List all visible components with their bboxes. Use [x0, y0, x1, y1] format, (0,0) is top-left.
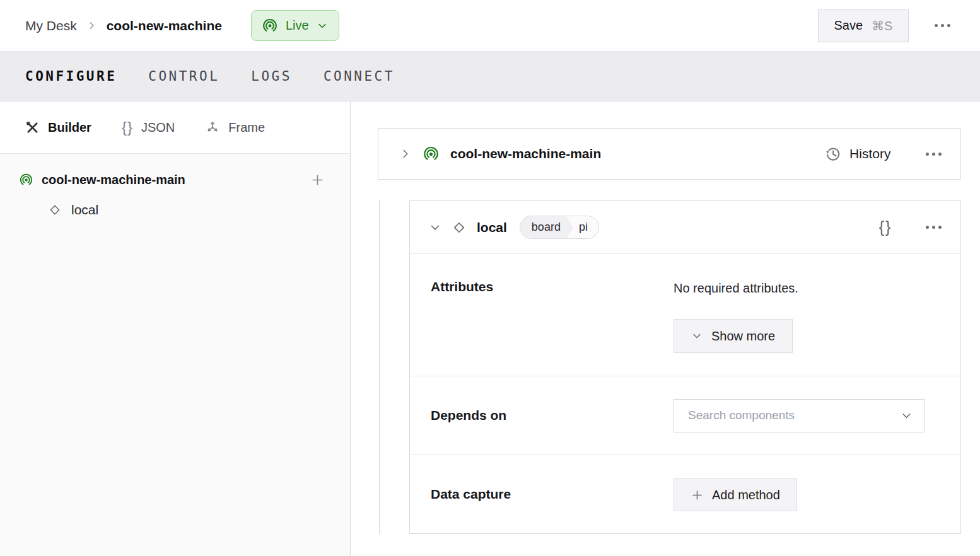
plus-icon — [691, 489, 704, 502]
breadcrumb: My Desk cool-new-machine — [25, 18, 222, 33]
add-component-icon[interactable] — [310, 173, 325, 187]
depends-on-select[interactable] — [674, 399, 925, 432]
data-capture-label: Data capture — [431, 487, 674, 502]
mode-builder[interactable]: Builder — [25, 120, 91, 135]
broadcast-icon — [19, 173, 33, 187]
component-type-badge: board pi — [520, 216, 599, 239]
diamond-icon — [47, 202, 62, 217]
builder-tools-icon — [25, 120, 40, 135]
history-clock-icon — [824, 146, 841, 163]
tree-item-machine-main[interactable]: cool-new-machine-main — [19, 173, 325, 187]
component-tree: cool-new-machine-main local — [0, 154, 350, 217]
broadcast-icon — [262, 18, 278, 34]
breadcrumb-current: cool-new-machine — [107, 18, 222, 33]
component-json-icon[interactable]: {} — [879, 218, 892, 236]
breadcrumb-chevron-icon — [86, 20, 97, 31]
sidebar-mode-switcher: Builder {} JSON Frame — [0, 101, 350, 154]
depends-on-label: Depends on — [431, 408, 674, 423]
tab-logs[interactable]: LOGS — [251, 69, 292, 84]
attributes-section: Attributes No required attributes. Show … — [410, 254, 960, 376]
breadcrumb-parent-link[interactable]: My Desk — [25, 18, 77, 33]
show-more-button[interactable]: Show more — [674, 319, 793, 353]
component-card-menu-icon[interactable] — [924, 226, 943, 229]
save-button-label: Save — [834, 18, 863, 33]
header-overflow-menu-icon[interactable] — [933, 24, 952, 27]
component-title: local — [477, 220, 507, 235]
mode-frame-label: Frame — [228, 120, 265, 135]
badge-model: pi — [573, 216, 598, 238]
history-button[interactable]: History — [824, 146, 890, 163]
configure-main-panel: cool-new-machine-main History — [351, 101, 980, 556]
machine-part-title: cool-new-machine-main — [450, 146, 601, 161]
history-label: History — [849, 146, 890, 161]
chevron-down-icon — [691, 330, 703, 342]
configure-sidebar: Builder {} JSON Frame cool-new-machine-m… — [0, 101, 351, 556]
component-card-header: local board pi {} — [410, 201, 960, 254]
tree-child-label: local — [71, 202, 98, 217]
broadcast-icon — [423, 146, 440, 163]
frame-axes-icon — [205, 120, 220, 135]
data-capture-section: Data capture Add method — [410, 455, 960, 533]
main-tab-bar: CONFIGURE CONTROL LOGS CONNECT — [0, 52, 980, 101]
content-area: Builder {} JSON Frame cool-new-machine-m… — [0, 101, 980, 556]
expand-chevron-icon[interactable] — [399, 148, 412, 160]
machine-part-card: cool-new-machine-main History — [378, 128, 961, 180]
attributes-empty-text: No required attributes. — [674, 281, 798, 296]
chevron-down-icon — [317, 20, 328, 32]
collapse-chevron-icon[interactable] — [429, 221, 441, 234]
tree-item-local[interactable]: local — [47, 202, 325, 217]
depends-on-section: Depends on — [410, 376, 960, 455]
attributes-label: Attributes — [431, 279, 674, 376]
chevron-down-icon — [901, 410, 913, 422]
mode-json[interactable]: {} JSON — [122, 120, 175, 135]
show-more-label: Show more — [711, 329, 775, 344]
tree-root-label: cool-new-machine-main — [42, 173, 185, 187]
add-method-button[interactable]: Add method — [674, 478, 797, 511]
mode-frame[interactable]: Frame — [205, 120, 265, 135]
component-card-local: local board pi {} Attributes No required… — [409, 200, 961, 534]
machine-card-menu-icon[interactable] — [924, 153, 943, 156]
component-section: local board pi {} Attributes No required… — [378, 200, 961, 534]
tree-connector-line — [379, 200, 380, 534]
status-label: Live — [286, 18, 309, 33]
add-method-label: Add method — [712, 488, 780, 502]
tab-configure[interactable]: CONFIGURE — [25, 69, 117, 84]
save-shortcut-hint: ⌘S — [872, 18, 892, 33]
diamond-icon — [451, 219, 467, 236]
search-components-input[interactable] — [687, 408, 901, 423]
badge-type: board — [520, 216, 573, 238]
tab-connect[interactable]: CONNECT — [324, 69, 395, 84]
mode-json-label: JSON — [141, 120, 175, 135]
tab-control[interactable]: CONTROL — [148, 69, 219, 84]
json-braces-icon: {} — [122, 120, 133, 135]
mode-builder-label: Builder — [48, 120, 91, 135]
machine-status-dropdown[interactable]: Live — [251, 10, 339, 41]
top-header: My Desk cool-new-machine Live Save ⌘S — [0, 0, 980, 52]
save-button[interactable]: Save ⌘S — [818, 9, 909, 42]
